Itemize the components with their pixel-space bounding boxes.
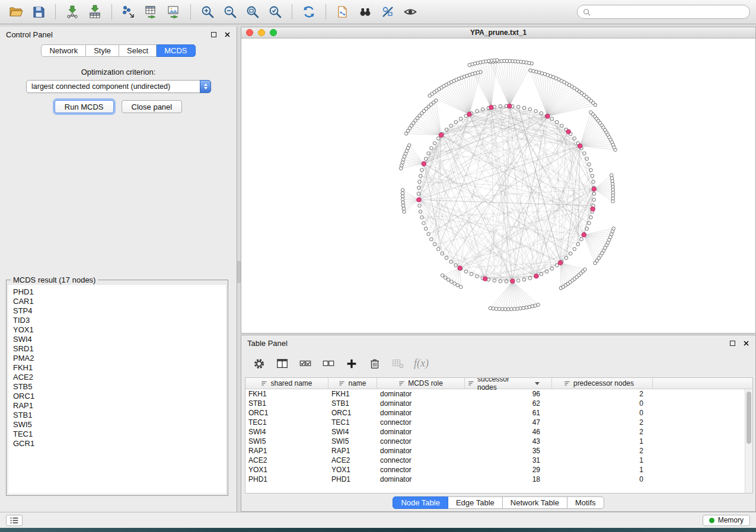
chevron-down-icon bbox=[535, 382, 540, 385]
tab-select[interactable]: Select bbox=[119, 44, 157, 57]
zoom-selected-button[interactable] bbox=[265, 3, 285, 21]
float-table-panel-icon[interactable] bbox=[730, 341, 735, 346]
mcds-result-item[interactable]: FKH1 bbox=[13, 363, 226, 373]
select-all-columns-button[interactable] bbox=[298, 357, 312, 371]
clone-network-button[interactable] bbox=[333, 3, 353, 21]
cell-mcds-role: connector bbox=[377, 418, 465, 427]
mcds-result-item[interactable]: SRD1 bbox=[13, 344, 226, 354]
apply-layout-button[interactable] bbox=[299, 3, 319, 21]
save-session-button[interactable] bbox=[28, 3, 49, 21]
mcds-result-item[interactable]: YOX1 bbox=[13, 325, 226, 335]
mcds-result-item[interactable]: PHD1 bbox=[13, 287, 226, 297]
table-row[interactable]: SWI4SWI4dominator462 bbox=[245, 427, 752, 437]
zoom-selected-icon bbox=[268, 5, 282, 19]
cell-name: TEC1 bbox=[328, 418, 377, 427]
mcds-result-item[interactable]: STB5 bbox=[13, 382, 226, 392]
tab-motifs[interactable]: Motifs bbox=[567, 496, 604, 509]
mcds-result-item[interactable]: ORC1 bbox=[13, 392, 226, 401]
export-image-button[interactable] bbox=[164, 3, 184, 21]
find-button[interactable] bbox=[355, 3, 375, 21]
memory-button[interactable]: Memory bbox=[703, 515, 750, 526]
maximize-window-icon[interactable] bbox=[270, 29, 277, 36]
mcds-result-item[interactable]: SWI4 bbox=[13, 335, 226, 344]
criterion-select[interactable]: largest connected component (undirected) bbox=[26, 80, 211, 93]
panel-splitter-handle[interactable] bbox=[237, 261, 241, 283]
cell-name: ORC1 bbox=[328, 408, 377, 418]
search-box[interactable] bbox=[577, 5, 750, 19]
gear-icon bbox=[253, 357, 266, 370]
table-row[interactable]: FKH1FKH1dominator962 bbox=[245, 389, 752, 399]
table-row[interactable]: PHD1PHD1dominator180 bbox=[245, 475, 752, 484]
cell-predecessor-nodes: 0 bbox=[552, 399, 653, 408]
mcds-result-item[interactable]: TID3 bbox=[13, 316, 226, 325]
search-input[interactable] bbox=[594, 8, 744, 16]
mcds-result-item[interactable]: RAP1 bbox=[13, 401, 226, 411]
cell-mcds-role: dominator bbox=[377, 389, 465, 399]
table-toolbar: f(x) bbox=[241, 350, 755, 377]
tab-edge-table[interactable]: Edge Table bbox=[448, 496, 503, 509]
table-row[interactable]: YOX1YOX1connector291 bbox=[245, 465, 752, 475]
create-column-button[interactable] bbox=[344, 357, 359, 371]
tab-network-table[interactable]: Network Table bbox=[503, 496, 567, 509]
task-history-button[interactable] bbox=[6, 515, 23, 526]
close-table-panel-icon[interactable] bbox=[743, 340, 749, 347]
import-network-button[interactable] bbox=[62, 3, 82, 21]
open-file-button[interactable] bbox=[6, 3, 26, 21]
control-panel-header: Control Panel bbox=[0, 27, 237, 42]
column-header-successor-nodes[interactable]: successor nodes bbox=[465, 378, 552, 389]
scrollbar-thumb[interactable] bbox=[747, 392, 751, 444]
unselect-all-columns-button[interactable] bbox=[321, 357, 336, 371]
export-network-button[interactable] bbox=[119, 3, 139, 21]
memory-label: Memory bbox=[718, 516, 744, 524]
criterion-selected-value: largest connected component (undirected) bbox=[31, 82, 170, 91]
table-row[interactable]: ACE2ACE2connector311 bbox=[245, 456, 752, 465]
cell-name: PHD1 bbox=[328, 475, 377, 484]
table-row[interactable]: STB1STB1dominator620 bbox=[245, 399, 752, 408]
zoom-fit-button[interactable] bbox=[243, 3, 263, 21]
function-builder-button[interactable]: f(x) bbox=[414, 357, 429, 370]
cell-name: ACE2 bbox=[328, 456, 377, 465]
table-settings-button[interactable] bbox=[252, 357, 266, 371]
column-header-name[interactable]: name bbox=[328, 378, 377, 389]
mcds-result-item[interactable]: STP4 bbox=[13, 306, 226, 316]
network-title: YPA_prune.txt_1 bbox=[241, 28, 755, 37]
import-table-button[interactable] bbox=[85, 3, 105, 21]
table-row[interactable]: ORC1ORC1dominator610 bbox=[245, 408, 752, 418]
close-panel-button[interactable]: Close panel bbox=[122, 100, 183, 113]
tab-style[interactable]: Style bbox=[86, 44, 119, 57]
table-scrollbar[interactable] bbox=[745, 389, 752, 493]
mcds-result-item[interactable]: GCR1 bbox=[13, 439, 226, 448]
show-hide-button[interactable] bbox=[400, 3, 420, 21]
cell-filler bbox=[653, 389, 752, 399]
mcds-result-item[interactable]: CAR1 bbox=[13, 297, 226, 306]
run-mcds-button[interactable]: Run MCDS bbox=[55, 100, 114, 113]
network-graph-canvas[interactable] bbox=[241, 39, 755, 333]
column-header-mcds-role[interactable]: MCDS role bbox=[377, 378, 465, 389]
tab-mcds[interactable]: MCDS bbox=[157, 44, 195, 57]
table-row[interactable]: RAP1RAP1dominator352 bbox=[245, 446, 752, 456]
tab-node-table[interactable]: Node Table bbox=[393, 496, 448, 509]
delete-table-button-disabled[interactable] bbox=[391, 357, 405, 371]
delete-column-button[interactable] bbox=[368, 357, 382, 371]
zoom-out-button[interactable] bbox=[220, 3, 240, 21]
mcds-result-item[interactable]: ACE2 bbox=[13, 373, 226, 382]
toggle-graphics-details-button[interactable] bbox=[378, 3, 398, 21]
mcds-result-item[interactable]: STB1 bbox=[13, 411, 226, 420]
mcds-result-item[interactable]: TEC1 bbox=[13, 430, 226, 439]
column-header-predecessor-nodes[interactable]: predecessor nodes bbox=[552, 378, 653, 389]
close-window-icon[interactable] bbox=[246, 29, 253, 36]
tab-network[interactable]: Network bbox=[41, 44, 86, 57]
mcds-result-item[interactable]: SWI5 bbox=[13, 420, 226, 430]
cell-filler bbox=[653, 427, 752, 437]
zoom-in-button[interactable] bbox=[197, 3, 218, 21]
table-row[interactable]: TEC1TEC1connector472 bbox=[245, 418, 752, 427]
mcds-result-item[interactable]: PMA2 bbox=[13, 354, 226, 363]
show-columns-button[interactable] bbox=[275, 357, 289, 371]
column-header-shared-name[interactable]: shared name bbox=[245, 378, 328, 389]
float-panel-icon[interactable] bbox=[211, 32, 216, 37]
export-table-button[interactable] bbox=[141, 3, 161, 21]
cell-mcds-role: dominator bbox=[377, 446, 465, 456]
minimize-window-icon[interactable] bbox=[258, 29, 265, 36]
close-panel-icon[interactable] bbox=[224, 31, 231, 38]
table-row[interactable]: SWI5SWI5connector431 bbox=[245, 437, 752, 446]
